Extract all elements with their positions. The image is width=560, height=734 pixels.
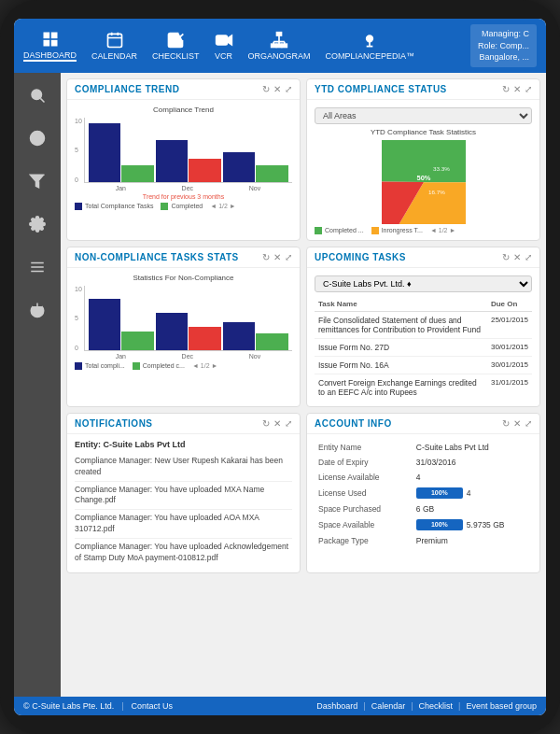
nav-icons: DASHBOARD CALENDAR CHECKLIST VCR xyxy=(23,30,414,62)
upcoming-controls: ↻ ✕ ⤢ xyxy=(502,252,532,262)
footer-link-event-group[interactable]: Event based group xyxy=(466,701,537,711)
svg-line-22 xyxy=(40,98,44,102)
nc-y-axis: 10 5 0 xyxy=(75,286,84,351)
nav-dashboard[interactable]: DASHBOARD xyxy=(23,30,77,62)
compliance-trend-panel: COMPLIANCE TREND ↻ ✕ ⤢ Compliance Trend xyxy=(66,78,301,241)
nav-checklist[interactable]: CHECKLIST xyxy=(152,31,200,61)
account-table: Entity Name C-Suite Labs Pvt Ltd Date of… xyxy=(315,440,532,548)
compliance-trend-title: COMPLIANCE TREND xyxy=(75,84,179,94)
sidebar-search-icon[interactable] xyxy=(22,80,52,110)
table-row: File Consolidated Statement of dues and … xyxy=(315,311,532,338)
space-available-bar: 100% xyxy=(416,519,463,530)
legend-completed-pie xyxy=(315,227,322,234)
compliance-legend: Total Compliance Tasks Completed ◄ 1/2 ► xyxy=(75,203,292,210)
notif-controls: ↻ ✕ ⤢ xyxy=(262,418,292,429)
footer-link-calendar[interactable]: Calendar xyxy=(371,701,406,711)
ut-refresh-icon[interactable]: ↻ xyxy=(502,252,510,262)
pie-chart-wrapper: 50% 33.3% 16.7% xyxy=(315,140,532,224)
sidebar-power-icon[interactable] xyxy=(22,295,52,325)
notifications-panel: NOTIFICATIONS ↻ ✕ ⤢ Entity: C-Suite Labs… xyxy=(66,413,301,573)
nc-chart-title: Statistics For Non-Compliance xyxy=(75,274,292,282)
nav-calendar[interactable]: CALENDAR xyxy=(91,31,137,61)
due-on-header: Due On xyxy=(487,297,532,312)
sidebar-filter-icon[interactable] xyxy=(22,166,52,196)
space-available-bar-container: 100% 5.9735 GB xyxy=(416,519,528,530)
nav-compliancepedia[interactable]: COMPLIANCEPEDIA™ xyxy=(326,31,415,61)
account-refresh-icon[interactable]: ↻ xyxy=(502,418,510,429)
upcoming-tasks-body: C-Suite Labs Pvt. Ltd. ♦ Task Name Due O… xyxy=(307,268,539,406)
tasks-entity-select[interactable]: C-Suite Labs Pvt. Ltd. ♦ xyxy=(315,275,532,292)
ytd-area-select[interactable]: All Areas xyxy=(315,107,532,124)
footer-link-dashboard[interactable]: Dashboard xyxy=(316,701,357,711)
nc-legend-completed xyxy=(133,362,140,370)
compliance-trend-body: Compliance Trend 10 5 0 xyxy=(67,100,300,216)
footer-link-checklist[interactable]: Checklist xyxy=(419,701,454,711)
account-close-icon[interactable]: ✕ xyxy=(513,418,521,429)
compliance-trend-maximize-icon[interactable]: ⤢ xyxy=(285,84,292,94)
compliance-trend-close-icon[interactable]: ✕ xyxy=(273,84,281,94)
account-row: Entity Name C-Suite Labs Pvt Ltd xyxy=(315,440,532,455)
svg-rect-12 xyxy=(282,44,287,47)
ytd-chart-title: YTD Compliance Task Statistics xyxy=(315,128,532,136)
sidebar-menu-icon[interactable] xyxy=(22,252,52,282)
sidebar-info-icon[interactable] xyxy=(22,123,52,153)
ut-close-icon[interactable]: ✕ xyxy=(513,252,521,262)
nav-vcr[interactable]: VCR xyxy=(215,31,233,61)
footer-contact-link[interactable]: Contact Us xyxy=(132,701,174,711)
svg-point-18 xyxy=(367,35,373,42)
sidebar xyxy=(14,73,61,697)
svg-rect-9 xyxy=(277,33,282,35)
compliance-trend-chart: 10 5 0 xyxy=(75,118,292,191)
notif-maximize-icon[interactable]: ⤢ xyxy=(285,418,292,429)
notif-item-3: Compliance Manager: You have uploaded AO… xyxy=(75,510,292,539)
upcoming-tasks-title: UPCOMING TASKS xyxy=(315,252,406,262)
nc-maximize-icon[interactable]: ⤢ xyxy=(285,252,292,262)
svg-rect-11 xyxy=(277,44,282,47)
footer: © C-Suite Labs Pte. Ltd. | Contact Us Da… xyxy=(14,697,546,715)
main-area: COMPLIANCE TREND ↻ ✕ ⤢ Compliance Trend xyxy=(14,73,546,697)
task-name-header: Task Name xyxy=(315,297,487,312)
tablet-screen: DASHBOARD CALENDAR CHECKLIST VCR xyxy=(14,19,546,715)
svg-text:33.3%: 33.3% xyxy=(433,164,450,171)
notifications-body: Entity: C-Suite Labs Pvt Ltd Compliance … xyxy=(67,434,300,572)
nc-refresh-icon[interactable]: ↻ xyxy=(262,252,270,262)
sidebar-settings-icon[interactable] xyxy=(22,209,52,239)
upcoming-tasks-header: UPCOMING TASKS ↻ ✕ ⤢ xyxy=(307,247,539,268)
table-row: Issue Form No. 16A 30/01/2015 xyxy=(315,356,532,374)
ytd-maximize-icon[interactable]: ⤢ xyxy=(525,84,532,94)
svg-text:16.7%: 16.7% xyxy=(428,188,445,194)
notif-refresh-icon[interactable]: ↻ xyxy=(262,418,270,429)
ytd-status-panel: YTD COMPLIANCE STATUS ↻ ✕ ⤢ All Areas xyxy=(306,78,540,241)
notif-item-4: Compliance Manager: You have uploaded Ac… xyxy=(75,539,292,567)
content-area: COMPLIANCE TREND ↻ ✕ ⤢ Compliance Trend xyxy=(61,73,546,697)
tablet-frame: DASHBOARD CALENDAR CHECKLIST VCR xyxy=(0,0,560,734)
compliance-trend-header: COMPLIANCE TREND ↻ ✕ ⤢ xyxy=(67,79,300,100)
svg-text:50%: 50% xyxy=(416,173,430,181)
license-used-bar-container: 100% 4 xyxy=(416,487,528,499)
notif-close-icon[interactable]: ✕ xyxy=(273,418,281,429)
svg-rect-10 xyxy=(272,44,276,47)
ytd-status-header: YTD COMPLIANCE STATUS ↻ ✕ ⤢ xyxy=(307,79,539,100)
ytd-close-icon[interactable]: ✕ xyxy=(513,84,521,94)
ytd-status-controls: ↻ ✕ ⤢ xyxy=(502,84,532,94)
ytd-status-body: All Areas YTD Compliance Task Statistics xyxy=(307,100,539,240)
svg-point-33 xyxy=(386,145,461,219)
svg-rect-2 xyxy=(43,40,49,47)
account-info-panel: ACCOUNT INFO ↻ ✕ ⤢ Entity Name xyxy=(306,413,540,573)
nc-close-icon[interactable]: ✕ xyxy=(273,252,281,262)
nav-organogram[interactable]: ORGANOGRAM xyxy=(248,31,311,61)
account-maximize-icon[interactable]: ⤢ xyxy=(525,418,532,429)
ytd-refresh-icon[interactable]: ↻ xyxy=(502,84,510,94)
row-3: NOTIFICATIONS ↻ ✕ ⤢ Entity: C-Suite Labs… xyxy=(66,413,540,573)
nc-legend-total xyxy=(75,362,82,370)
tasks-table: Task Name Due On File Consolidated State… xyxy=(315,297,532,401)
compliance-trend-controls: ↻ ✕ ⤢ xyxy=(262,84,292,94)
compliance-trend-chart-title: Compliance Trend xyxy=(75,106,292,114)
svg-rect-4 xyxy=(107,34,121,47)
pie-chart: 50% 33.3% 16.7% xyxy=(382,140,466,224)
account-row: Date of Expiry 31/03/2016 xyxy=(315,455,532,470)
compliance-trend-refresh-icon[interactable]: ↻ xyxy=(262,84,270,94)
ut-maximize-icon[interactable]: ⤢ xyxy=(525,252,532,262)
upcoming-tasks-panel: UPCOMING TASKS ↻ ✕ ⤢ C-Suite Labs Pvt. L… xyxy=(306,247,540,407)
account-row-license-used: License Used 100% 4 xyxy=(315,485,532,501)
